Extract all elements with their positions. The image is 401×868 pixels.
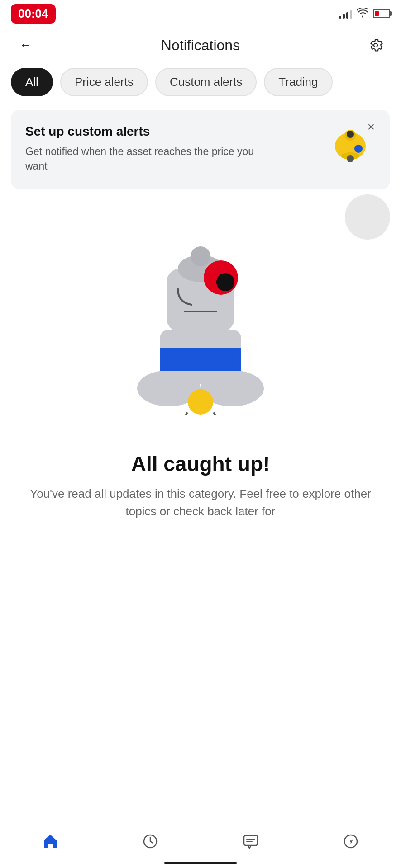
bottom-nav [0, 819, 401, 868]
wifi-icon [357, 8, 368, 20]
svg-point-31 [350, 840, 352, 842]
nav-messages[interactable] [229, 828, 273, 854]
clock-icon [142, 833, 159, 850]
nav-compass[interactable] [329, 828, 373, 854]
svg-point-20 [188, 389, 213, 415]
svg-point-16 [191, 246, 210, 266]
status-timer: 00:04 [11, 4, 56, 24]
tab-all[interactable]: All [11, 68, 53, 96]
tab-trading[interactable]: Trading [264, 68, 332, 96]
svg-line-21 [180, 413, 187, 415]
svg-point-4 [347, 155, 354, 162]
caught-up-description: You've read all updates in this category… [18, 485, 383, 520]
promo-card: Set up custom alerts Get notified when t… [11, 110, 390, 189]
status-bar: 00:04 [0, 0, 401, 27]
svg-rect-11 [160, 348, 241, 349]
page-title: Notifications [161, 37, 240, 54]
settings-button[interactable] [365, 34, 387, 56]
illustration-area [0, 198, 401, 434]
promo-title: Set up custom alerts [25, 124, 288, 139]
header: ← Notifications [0, 27, 401, 63]
back-button[interactable]: ← [14, 34, 36, 56]
filter-tabs: All Price alerts Custom alerts Trading [0, 63, 401, 105]
gear-icon [368, 38, 383, 53]
signal-bars-icon [339, 9, 352, 19]
battery-icon [373, 9, 390, 18]
messages-icon [242, 833, 259, 850]
robot-illustration [124, 226, 277, 415]
svg-rect-27 [244, 835, 258, 845]
svg-point-6 [347, 131, 354, 138]
promo-bell-illustration [329, 123, 374, 170]
caught-up-title: All caught up! [18, 452, 383, 476]
svg-rect-12 [160, 369, 241, 371]
svg-rect-10 [160, 348, 241, 371]
status-right [339, 8, 390, 20]
promo-description: Get notified when the asset reaches the … [25, 144, 277, 173]
nav-history[interactable] [128, 828, 172, 854]
svg-point-19 [216, 273, 234, 291]
svg-line-25 [214, 413, 221, 415]
compass-icon [342, 833, 359, 850]
nav-home[interactable] [28, 828, 72, 854]
home-indicator [164, 862, 237, 864]
back-arrow-icon: ← [19, 38, 32, 52]
tab-custom-alerts[interactable]: Custom alerts [155, 68, 257, 96]
caught-up-section: All caught up! You've read all updates i… [0, 443, 401, 529]
tab-price-alerts[interactable]: Price alerts [60, 68, 148, 96]
svg-point-5 [354, 145, 363, 153]
home-icon [42, 833, 59, 850]
